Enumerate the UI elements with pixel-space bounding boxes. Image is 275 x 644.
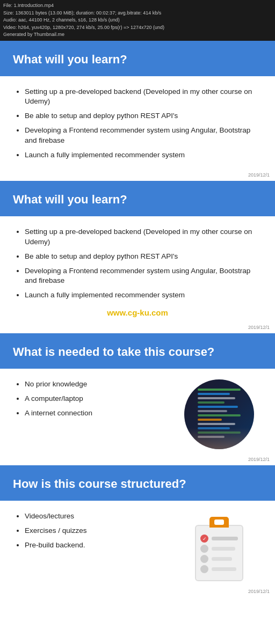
slide-1-title: What will you learn? — [13, 53, 262, 67]
watermark: www.cg-ku.com — [13, 308, 262, 317]
slide-3-header: What is needed to take this course? — [0, 333, 275, 369]
slide-1-list: Setting up a pre-developed backend (Deve… — [13, 87, 262, 160]
clipboard-board: ✓ — [195, 525, 243, 581]
slide-2-header: What will you learn? — [0, 181, 275, 216]
list-item: Launch a fully implemented recommender s… — [25, 150, 262, 160]
slide-3: What is needed to take this course? No p… — [0, 333, 275, 465]
slide-1-body: Setting up a pre-developed backend (Deve… — [0, 76, 275, 181]
list-item: Videos/lectures — [25, 511, 171, 522]
slide-3-title: What is needed to take this course? — [13, 345, 262, 359]
clipboard-clip — [209, 517, 229, 528]
slide-4: How is this course structured? Videos/le… — [0, 465, 275, 597]
list-item: Exercises / quizzes — [25, 526, 171, 536]
info-line-1: File: 1.Introduction.mp4 — [3, 2, 272, 10]
slide-3-timestamp: 2019/12/1 — [248, 457, 270, 462]
slide-1-timestamp: 2019/12/1 — [248, 172, 270, 178]
slide-4-list: Videos/lectures Exercises / quizzes Pre-… — [13, 511, 171, 551]
list-item: No prior knowledge — [25, 379, 171, 390]
list-item: A internet connection — [25, 408, 171, 419]
slide-2-body: Setting up a pre-developed backend (Deve… — [0, 216, 275, 333]
info-line-2: Size: 1363011 bytes (13.00 MiB); duratio… — [3, 10, 272, 17]
info-line-5: Generated by Thumbnail.me — [3, 31, 272, 39]
list-item: Developing a Frontend recommender system… — [25, 126, 262, 146]
slide-2-list: Setting up a pre-developed backend (Deve… — [13, 227, 262, 301]
slide-3-list: No prior knowledge A computer/laptop A i… — [13, 379, 171, 419]
list-item: Pre-build backend. — [25, 540, 171, 551]
slide-4-timestamp: 2019/12/1 — [248, 589, 270, 594]
slide-3-text: No prior knowledge A computer/laptop A i… — [13, 379, 171, 423]
slide-1-header: What will you learn? — [0, 41, 275, 76]
list-item: Be able to setup and deploy python REST … — [25, 252, 262, 262]
list-item: Launch a fully implemented recommender s… — [25, 290, 262, 301]
slide-4-image: ✓ — [176, 511, 262, 581]
list-item: Setting up a pre-developed backend (Deve… — [25, 87, 262, 107]
slide-3-content: No prior knowledge A computer/laptop A i… — [13, 379, 262, 449]
list-item: Be able to setup and deploy python REST … — [25, 111, 262, 121]
slide-4-header: How is this course structured? — [0, 465, 275, 501]
clipboard-icon: ✓ — [195, 517, 243, 581]
slide-3-image — [176, 379, 262, 449]
list-item: A computer/laptop — [25, 394, 171, 404]
laptop-image — [184, 379, 254, 449]
slide-3-body: No prior knowledge A computer/laptop A i… — [0, 369, 275, 465]
slide-1: What will you learn? Setting up a pre-de… — [0, 41, 275, 181]
slide-4-body: Videos/lectures Exercises / quizzes Pre-… — [0, 501, 275, 597]
info-bar: File: 1.Introduction.mp4 Size: 1363011 b… — [0, 0, 275, 41]
slide-4-title: How is this course structured? — [13, 477, 262, 491]
slide-2-timestamp: 2019/12/1 — [248, 325, 270, 330]
info-line-4: Video: h264, yuv420p, 1280x720, 274 kb/s… — [3, 24, 272, 32]
list-item: Setting up a pre-developed backend (Deve… — [25, 227, 262, 247]
slide-2-title: What will you learn? — [13, 193, 262, 207]
slide-4-text: Videos/lectures Exercises / quizzes Pre-… — [13, 511, 171, 555]
list-item: Developing a Frontend recommender system… — [25, 266, 262, 287]
info-line-3: Audio: aac, 44100 Hz, 2 channels, s16, 1… — [3, 17, 272, 24]
slide-4-content: Videos/lectures Exercises / quizzes Pre-… — [13, 511, 262, 581]
slide-2: What will you learn? Setting up a pre-de… — [0, 181, 275, 333]
